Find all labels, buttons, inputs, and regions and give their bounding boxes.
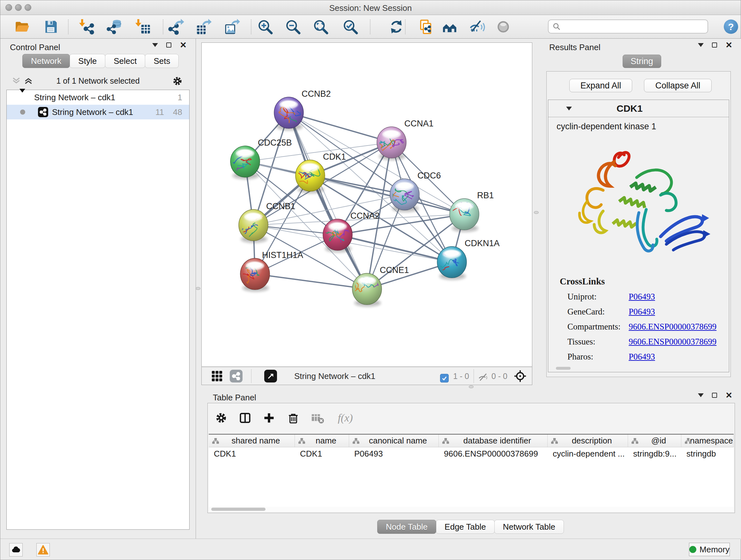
tab-edge-table[interactable]: Edge Table bbox=[436, 520, 495, 534]
network-row[interactable]: String Network – cdk1 11 48 bbox=[7, 105, 189, 119]
birdseye-button[interactable] bbox=[514, 370, 527, 382]
function-builder-button[interactable]: f(x) bbox=[334, 410, 356, 426]
zoom-in-button[interactable] bbox=[256, 17, 275, 37]
table-cell[interactable]: stringdb bbox=[681, 447, 734, 460]
column-header[interactable]: description bbox=[548, 435, 628, 447]
grid-icon bbox=[211, 370, 223, 382]
network-collection-row[interactable]: String Network – cdk1 1 bbox=[7, 90, 189, 105]
open-file-button[interactable] bbox=[12, 17, 31, 37]
network-node[interactable] bbox=[373, 127, 406, 160]
panel-menu-icon[interactable] bbox=[698, 393, 704, 397]
crosslink-link[interactable]: 9606.ENSP00000378699 bbox=[629, 337, 717, 347]
table-cell[interactable]: 9606.ENSP00000378699 bbox=[439, 447, 548, 460]
ndex-button[interactable] bbox=[440, 17, 459, 37]
import-network-button[interactable] bbox=[77, 17, 96, 37]
close-panel-icon[interactable]: ✕ bbox=[725, 393, 732, 398]
delete-table-button[interactable] bbox=[310, 410, 325, 426]
export-table-button[interactable] bbox=[194, 17, 213, 37]
protein-card-header[interactable]: CDK1 bbox=[548, 100, 729, 117]
network-mode-button[interactable] bbox=[230, 370, 243, 382]
column-header[interactable]: shared name bbox=[209, 435, 295, 447]
network-node[interactable] bbox=[239, 258, 270, 292]
hide-graphics-details-button[interactable] bbox=[468, 17, 487, 37]
table-cell[interactable]: stringdb:9... bbox=[628, 447, 681, 460]
table-cell[interactable]: P06493 bbox=[349, 447, 439, 460]
zoom-fit-button[interactable] bbox=[311, 17, 330, 37]
apply-layout-button[interactable] bbox=[387, 17, 406, 37]
zoom-out-button[interactable] bbox=[283, 17, 302, 37]
crosslink-link[interactable]: P06493 bbox=[629, 292, 655, 302]
network-node[interactable] bbox=[322, 219, 352, 252]
selected-checkbox[interactable] bbox=[438, 372, 451, 384]
column-header[interactable]: namespace bbox=[681, 435, 734, 447]
delete-column-button[interactable] bbox=[286, 410, 301, 426]
close-panel-icon[interactable]: ✕ bbox=[725, 43, 732, 48]
column-header[interactable]: name bbox=[295, 435, 349, 447]
tab-network[interactable]: Network bbox=[22, 54, 70, 68]
options-gear-icon[interactable] bbox=[172, 76, 183, 88]
documents-button[interactable] bbox=[416, 17, 435, 37]
network-node[interactable] bbox=[421, 244, 467, 280]
show-graphics-details-button[interactable] bbox=[494, 17, 513, 37]
expand-all-button[interactable]: Expand All bbox=[569, 79, 632, 92]
panel-menu-icon[interactable] bbox=[152, 43, 158, 47]
results-scrollbar-thumb[interactable] bbox=[556, 367, 570, 370]
zoom-selected-button[interactable] bbox=[341, 17, 360, 37]
import-network-from-database-button[interactable] bbox=[105, 17, 124, 37]
collapse-section-icon[interactable] bbox=[566, 107, 572, 111]
table-hscrollbar-thumb[interactable] bbox=[211, 508, 266, 511]
network-edge[interactable] bbox=[289, 113, 367, 289]
table-settings-button[interactable] bbox=[213, 410, 229, 426]
crosslink-link[interactable]: P06493 bbox=[629, 307, 655, 317]
warnings-button[interactable] bbox=[37, 543, 50, 557]
network-node[interactable] bbox=[232, 206, 268, 243]
tab-select[interactable]: Select bbox=[105, 54, 145, 68]
tab-network-table[interactable]: Network Table bbox=[494, 520, 564, 534]
create-column-button[interactable] bbox=[261, 410, 277, 426]
left-splitter-handle[interactable] bbox=[196, 287, 200, 290]
cloud-status-button[interactable] bbox=[9, 543, 23, 557]
grid-mode-button[interactable] bbox=[211, 370, 223, 382]
collapse-all-button[interactable]: Collapse All bbox=[644, 79, 712, 92]
network-edge[interactable] bbox=[310, 176, 464, 214]
table-cell[interactable]: cyclin-dependent ... bbox=[548, 447, 628, 460]
export-image-button[interactable] bbox=[222, 17, 242, 37]
network-node[interactable] bbox=[217, 146, 260, 179]
column-header[interactable]: @id bbox=[628, 435, 681, 447]
network-edge[interactable] bbox=[289, 113, 392, 142]
table-cell[interactable]: CDK1 bbox=[209, 447, 295, 460]
tab-sets[interactable]: Sets bbox=[145, 54, 179, 68]
network-canvas[interactable]: CCNB2CCNA1CDC25BCDK1CDC6RB1CCNB1CCNA2CDK… bbox=[201, 43, 532, 367]
collapse-arrow-icon[interactable] bbox=[19, 92, 25, 103]
detach-view-button[interactable] bbox=[264, 370, 277, 382]
help-button[interactable]: ? bbox=[724, 19, 738, 34]
show-columns-button[interactable] bbox=[238, 410, 253, 426]
network-edge[interactable] bbox=[255, 274, 367, 289]
crosslink-link[interactable]: 9606.ENSP00000378699 bbox=[629, 322, 717, 332]
panel-menu-icon[interactable] bbox=[698, 43, 704, 47]
tab-style[interactable]: Style bbox=[70, 54, 105, 68]
float-panel-icon[interactable] bbox=[166, 43, 172, 48]
search-input[interactable] bbox=[561, 21, 708, 32]
tab-string[interactable]: String bbox=[623, 55, 661, 68]
table-hscrollbar[interactable] bbox=[209, 507, 734, 512]
column-header[interactable]: database identifier bbox=[439, 435, 548, 447]
float-panel-icon[interactable] bbox=[712, 43, 717, 48]
float-panel-icon[interactable] bbox=[712, 393, 717, 398]
close-panel-icon[interactable]: ✕ bbox=[180, 43, 187, 48]
right-splitter-handle[interactable] bbox=[534, 211, 539, 214]
hidden-toggle[interactable] bbox=[477, 371, 489, 384]
memory-button[interactable]: Memory bbox=[689, 543, 730, 556]
import-table-button[interactable] bbox=[133, 17, 152, 37]
horizontal-splitter-handle[interactable] bbox=[469, 385, 474, 388]
tab-node-table[interactable]: Node Table bbox=[377, 520, 436, 534]
table-row[interactable]: CDK1CDK1P064939606.ENSP00000378699cyclin… bbox=[209, 447, 734, 460]
column-header[interactable]: canonical name bbox=[349, 435, 439, 447]
export-network-button[interactable] bbox=[166, 17, 186, 37]
crosslink-link[interactable]: P06493 bbox=[629, 352, 655, 362]
network-node[interactable] bbox=[352, 273, 382, 307]
table-cell[interactable]: CDK1 bbox=[295, 447, 349, 460]
save-session-button[interactable] bbox=[41, 17, 60, 37]
network-node[interactable] bbox=[274, 97, 305, 130]
network-edge[interactable] bbox=[338, 235, 452, 262]
